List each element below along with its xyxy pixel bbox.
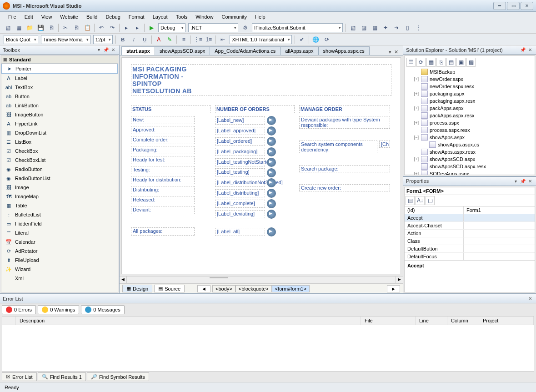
- menu-build[interactable]: Build: [83, 13, 101, 20]
- designer-hscroll[interactable]: ◄►: [120, 276, 403, 283]
- col-column[interactable]: Column: [447, 317, 479, 325]
- tag-breadcrumb[interactable]: <body>: [212, 285, 235, 292]
- messages-pill[interactable]: 0 Messages: [81, 305, 124, 314]
- col-project[interactable]: Project: [479, 317, 534, 325]
- tree-item[interactable]: showAppsSCD.aspx.resx: [406, 163, 534, 170]
- toolbox-item-table[interactable]: ▦Table: [1, 201, 118, 210]
- toolbox-item-xml[interactable]: Xml: [1, 274, 118, 283]
- tag-breadcrumb[interactable]: <form#form1>: [272, 285, 310, 292]
- expander-icon[interactable]: [+]: [414, 157, 419, 161]
- redo-icon[interactable]: ↷: [108, 24, 116, 32]
- menu-debug[interactable]: Debug: [102, 13, 124, 20]
- toolbox-item-literal[interactable]: ""Literal: [1, 228, 118, 237]
- ext-icon-5[interactable]: ➜: [392, 24, 401, 32]
- tree-item[interactable]: [+]SODevApps.aspx: [406, 170, 534, 175]
- go-arrow-icon[interactable]: [267, 126, 276, 136]
- editor-tab[interactable]: showAppsSCD.aspx: [155, 46, 210, 55]
- go-arrow-icon[interactable]: [267, 210, 276, 219]
- go-arrow-icon[interactable]: [267, 178, 276, 187]
- new-website-icon[interactable]: ▦: [15, 24, 23, 32]
- menu-layout[interactable]: Layout: [149, 13, 171, 20]
- italic-icon[interactable]: I: [130, 35, 138, 44]
- underline-icon[interactable]: U: [140, 35, 149, 44]
- cut-icon[interactable]: ✂: [61, 24, 70, 32]
- toolbox-item-imagebutton[interactable]: 🖼ImageButton: [1, 110, 118, 119]
- toolbox-item-image[interactable]: 🖼Image: [1, 183, 118, 192]
- toolbox-item-checkboxlist[interactable]: ☑CheckBoxList: [1, 156, 118, 165]
- allpkg-go-icon[interactable]: [267, 227, 276, 236]
- source-mode-button[interactable]: ▤ Source: [154, 285, 185, 292]
- config-dropdown[interactable]: Debug: [158, 23, 185, 32]
- menu-format[interactable]: Format: [125, 13, 148, 20]
- breadcrumb-next-button[interactable]: ►: [387, 285, 400, 292]
- toolbox-close-icon[interactable]: ✕: [110, 47, 116, 53]
- toolbox-item-dropdownlist[interactable]: ▥DropDownList: [1, 128, 118, 137]
- tree-item[interactable]: newOrder.aspx.resx: [406, 83, 534, 90]
- properties-dropdown-icon[interactable]: ▾: [512, 178, 519, 184]
- tree-item[interactable]: [+]packaging.aspx: [406, 90, 534, 97]
- numbered-icon[interactable]: 1≡: [205, 35, 213, 44]
- expander-icon[interactable]: [+]: [414, 121, 419, 125]
- sln-config-icon[interactable]: ▤: [446, 58, 456, 67]
- menu-view[interactable]: View: [38, 13, 56, 20]
- bullets-icon[interactable]: ⋮≡: [194, 35, 202, 44]
- ext-icon-4[interactable]: ✦: [381, 24, 390, 32]
- go-arrow-icon[interactable]: [267, 199, 276, 208]
- sln-nest-icon[interactable]: ▦: [426, 58, 436, 67]
- close-button[interactable]: ✕: [521, 2, 533, 10]
- doctype-dropdown[interactable]: XHTML 1.0 Transitional: [230, 35, 292, 44]
- menu-window[interactable]: Window: [192, 13, 217, 20]
- toolbox-item-pointer[interactable]: ➤Pointer: [1, 64, 118, 74]
- align-icon[interactable]: ≡: [180, 35, 188, 44]
- tree-item[interactable]: packaging.aspx.resx: [406, 97, 534, 105]
- property-row[interactable]: DefaultFocus: [405, 253, 535, 261]
- sln-props-icon[interactable]: ☰: [406, 58, 416, 67]
- menu-website[interactable]: Website: [56, 13, 82, 20]
- design-mode-button[interactable]: ▦ Design: [122, 285, 152, 292]
- toolbox-category[interactable]: Standard: [1, 56, 118, 64]
- property-row[interactable]: Class: [405, 237, 535, 245]
- go-arrow-icon[interactable]: [267, 189, 276, 198]
- new-project-icon[interactable]: ▧: [4, 24, 12, 32]
- nav-back-icon[interactable]: ▸: [122, 24, 130, 32]
- designer-surface[interactable]: MSI PACKAGING INFORMATION - SPINTOP NETS…: [121, 57, 401, 274]
- go-arrow-icon[interactable]: [267, 116, 276, 125]
- save-all-icon[interactable]: ⎘: [47, 24, 55, 32]
- tree-item[interactable]: packApps.aspx.resx: [406, 112, 534, 119]
- props-alpha-icon[interactable]: A↓: [416, 196, 425, 205]
- size-dropdown[interactable]: 12pt: [93, 35, 113, 44]
- property-row[interactable]: Accept: [405, 214, 535, 222]
- col-file[interactable]: File: [361, 317, 416, 325]
- errors-pill[interactable]: 0 Errors: [2, 305, 36, 314]
- bottom-tab[interactable]: 🔍Find Results 1: [38, 372, 86, 381]
- menu-file[interactable]: File: [5, 13, 20, 20]
- find-combo[interactable]: IFinalizeSubmit.Submit: [252, 23, 343, 32]
- toolbox-item-wizard[interactable]: ✨Wizard: [1, 265, 118, 274]
- tree-item[interactable]: [+]newOrder.aspx: [406, 75, 534, 83]
- properties-close-icon[interactable]: ✕: [527, 178, 533, 184]
- warnings-pill[interactable]: 0 Warnings: [38, 305, 79, 314]
- expander-icon[interactable]: [−]: [414, 135, 419, 140]
- editor-tab[interactable]: App_Code/AdamActions.cs: [210, 46, 281, 55]
- platform-icon[interactable]: ⚙: [241, 24, 249, 32]
- refresh-icon[interactable]: ⟳: [323, 35, 331, 44]
- ext-icon-1[interactable]: ▧: [349, 24, 357, 32]
- tree-item[interactable]: [+]packApps.aspx: [406, 105, 534, 112]
- browser-icon[interactable]: 🌐: [312, 35, 320, 44]
- toolbox-item-textbox[interactable]: ablTextBox: [1, 83, 118, 92]
- go-arrow-icon[interactable]: [267, 147, 276, 156]
- style-dropdown[interactable]: Block Quot: [4, 35, 38, 44]
- tag-breadcrumb[interactable]: <blockquote>: [235, 285, 272, 292]
- toolbox-item-fileupload[interactable]: ⬆FileUpload: [1, 256, 118, 265]
- solution-close-icon[interactable]: ✕: [527, 47, 533, 53]
- properties-object-selector[interactable]: Form1 <FORM>: [405, 187, 535, 195]
- property-row[interactable]: DefaultButton: [405, 245, 535, 253]
- sln-view-icon[interactable]: ▣: [456, 58, 466, 67]
- tree-item[interactable]: [+]showAppsSCD.aspx: [406, 156, 534, 163]
- editor-tab[interactable]: start.aspx: [121, 46, 155, 55]
- menu-community[interactable]: Community: [218, 13, 250, 20]
- toolbox-item-button[interactable]: abButton: [1, 92, 118, 101]
- nav-fwd-icon[interactable]: ▸: [133, 24, 141, 32]
- toolbox-item-calendar[interactable]: 📅Calendar: [1, 237, 118, 246]
- breadcrumb-prev-button[interactable]: ◄: [197, 285, 210, 292]
